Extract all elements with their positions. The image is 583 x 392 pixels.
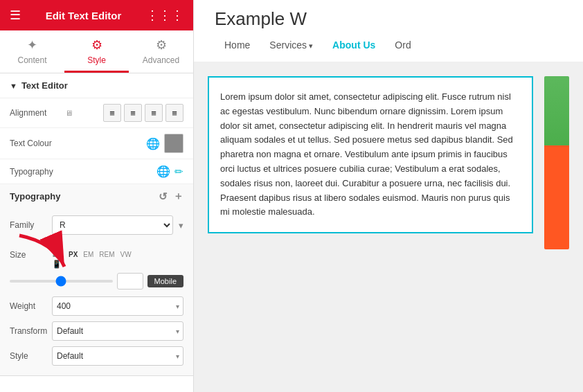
section-title: Text Editor	[21, 80, 68, 91]
typography-edit-icon[interactable]: ✏	[174, 166, 183, 178]
family-dropdown-arrow: ▾	[179, 220, 183, 231]
typography-reset-icon[interactable]: ↺	[159, 190, 168, 203]
panel-tabs: ✦ Content ⚙ Style ⚙ Advanced	[0, 30, 193, 73]
right-panel: Example W Home Services About Us Ord Lor…	[194, 0, 583, 392]
weight-row: Weight 400 300 700	[10, 294, 183, 319]
family-label: Family	[10, 220, 48, 230]
nav-about[interactable]: About Us	[323, 35, 385, 55]
weight-select[interactable]: 400 300 700	[52, 296, 183, 316]
family-row: Family R ▾	[10, 213, 183, 238]
weight-label: Weight	[10, 301, 48, 311]
typography-controls: 🌐 ✏	[156, 165, 183, 178]
unit-vw[interactable]: VW	[119, 250, 133, 259]
align-left-button[interactable]: ≡	[103, 104, 121, 122]
style-row: Style Default Italic Normal	[10, 344, 183, 368]
align-justify-button[interactable]: ≡	[165, 104, 183, 122]
alignment-monitor-icon: 🖥	[65, 109, 73, 117]
style-select-wrap: Default Italic Normal	[52, 346, 183, 366]
tab-style[interactable]: ⚙ Style	[64, 30, 129, 73]
typography-globe-icon[interactable]: 🌐	[156, 165, 170, 178]
preview-header: Example W Home Services About Us Ord	[194, 0, 583, 62]
size-slider[interactable]	[10, 280, 113, 283]
content-tab-label: Content	[17, 55, 46, 65]
typography-add-icon[interactable]: ＋	[173, 190, 183, 203]
panel-body: ▼ Text Editor Alignment 🖥 ≡ ≡ ≡ ≡ Text C…	[0, 73, 193, 392]
preview-body-text: Lorem ipsum dolor sit amet, consectetur …	[220, 90, 521, 220]
typography-label: Typography	[10, 167, 65, 177]
alignment-controls: ≡ ≡ ≡ ≡	[103, 104, 183, 122]
mobile-icon[interactable]: 📱	[52, 260, 62, 269]
text-colour-controls: 🌐	[146, 134, 183, 153]
preview-text-box: Lorem ipsum dolor sit amet, consectetur …	[208, 76, 533, 233]
size-input[interactable]	[117, 273, 143, 289]
typography-section-header: Typography ↺ ＋	[0, 184, 193, 208]
style-label: Style	[10, 351, 48, 361]
size-row: Size 🖥 ▬ 📱 PX EM REM VW	[10, 238, 183, 271]
tab-advanced[interactable]: ⚙ Advanced	[129, 30, 193, 73]
desktop-icon[interactable]: 🖥	[53, 240, 61, 249]
typography-actions: ↺ ＋	[159, 190, 183, 203]
unit-em[interactable]: EM	[82, 250, 95, 259]
content-tab-icon: ✦	[27, 37, 37, 53]
tab-content[interactable]: ✦ Content	[0, 30, 64, 73]
style-tab-icon: ⚙	[91, 37, 102, 53]
transform-select-wrap: Default Uppercase Lowercase	[52, 321, 183, 341]
style-tab-label: Style	[87, 55, 106, 65]
text-colour-label: Text Colour	[10, 139, 65, 148]
weight-select-wrap: 400 300 700	[52, 296, 183, 316]
grid-icon[interactable]: ⋮⋮⋮	[146, 8, 183, 23]
advanced-tab-icon: ⚙	[156, 37, 167, 53]
typography-section: Typography ↺ ＋ Family R ▾ Size	[0, 184, 193, 376]
size-label: Size	[10, 250, 48, 260]
nav-home[interactable]: Home	[215, 35, 260, 55]
panel-title: Edit Text Editor	[46, 10, 122, 21]
preview-content: Lorem ipsum dolor sit amet, consectetur …	[194, 62, 583, 392]
hamburger-icon[interactable]: ☰	[10, 8, 21, 23]
transform-label: Transform	[10, 326, 48, 336]
nav-services[interactable]: Services	[260, 35, 323, 55]
tablet-icon[interactable]: ▬	[53, 250, 61, 258]
transform-row: Transform Default Uppercase Lowercase	[10, 319, 183, 344]
left-panel: ☰ Edit Text Editor ⋮⋮⋮ ✦ Content ⚙ Style…	[0, 0, 194, 392]
side-image	[544, 76, 569, 249]
typography-body: Family R ▾ Size 🖥 ▬ 📱 PX	[0, 208, 193, 375]
transform-select[interactable]: Default Uppercase Lowercase	[52, 321, 183, 341]
size-units: PX EM REM VW	[67, 250, 133, 259]
nav-ord[interactable]: Ord	[385, 35, 420, 55]
family-select[interactable]: R	[52, 215, 173, 235]
unit-rem[interactable]: REM	[98, 250, 116, 259]
text-colour-row: Text Colour 🌐	[0, 128, 193, 159]
style-select[interactable]: Default Italic Normal	[52, 346, 183, 366]
mobile-tooltip: Mobile	[147, 275, 183, 287]
globe-icon[interactable]: 🌐	[146, 137, 160, 150]
device-icons: 🖥 ▬ 📱	[52, 240, 62, 269]
size-slider-row: Mobile	[10, 271, 183, 294]
alignment-row: Alignment 🖥 ≡ ≡ ≡ ≡	[0, 98, 193, 128]
alignment-label: Alignment	[10, 108, 65, 118]
unit-px[interactable]: PX	[67, 250, 79, 259]
typography-header-label: Typography	[10, 191, 60, 202]
advanced-tab-label: Advanced	[143, 55, 179, 65]
align-center-button[interactable]: ≡	[124, 104, 142, 122]
panel-header: ☰ Edit Text Editor ⋮⋮⋮	[0, 0, 193, 30]
typography-label-row: Typography 🌐 ✏	[0, 159, 193, 184]
preview-title: Example W	[215, 8, 562, 30]
section-arrow-icon[interactable]: ▼	[10, 82, 17, 90]
align-right-button[interactable]: ≡	[145, 104, 163, 122]
preview-nav: Home Services About Us Ord	[215, 35, 562, 55]
color-swatch[interactable]	[164, 134, 183, 153]
text-editor-section-header: ▼ Text Editor	[0, 73, 193, 98]
